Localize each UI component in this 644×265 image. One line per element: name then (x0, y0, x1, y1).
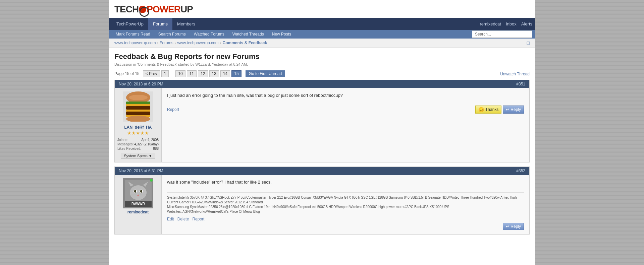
nav-forums[interactable]: Forums (148, 18, 172, 30)
post-352-reply-area: ↩ Reply (167, 223, 524, 230)
system-specs-label: System Specs (124, 154, 147, 158)
page-btn-12[interactable]: 12 (198, 70, 208, 77)
post-352-avatar-wrap: RAWWR (123, 178, 153, 208)
breadcrumb-forums[interactable]: Forums (160, 41, 173, 45)
messages-label: Messages: (117, 142, 133, 146)
post-352-body: RAWWR remixedcat was it some "includes" … (115, 175, 529, 234)
svg-rect-5 (126, 110, 150, 112)
post-351-reply-btn[interactable]: ↩ Reply (503, 106, 524, 114)
expand-icon[interactable]: □ (527, 40, 530, 46)
new-posts[interactable]: New Posts (268, 30, 295, 39)
sysinfo-line1: System:Intel i5 3570K @ 3.4Ghz//ASRock Z… (167, 195, 524, 205)
mark-forums-read[interactable]: Mark Forums Read (112, 30, 154, 39)
post-351-text: I just had an error going to the main si… (167, 92, 524, 99)
logo-icon: ◯ (139, 6, 146, 13)
prev-page-btn[interactable]: < Prev (143, 70, 160, 77)
post-351-num: #351 (516, 82, 525, 86)
post-351-user-col: LAN_deRf_HA ★★★★★ Joined: Apr 4, 2008 Me… (115, 88, 162, 162)
post-351-header: Nov 20, 2013 at 6:29 PM #351 (115, 80, 529, 88)
breadcrumb-home[interactable]: www.techpowerup.com (114, 41, 156, 45)
site-header: TECH◯POWERUP (109, 0, 535, 18)
site-logo[interactable]: TECH◯POWERUP (114, 4, 193, 14)
post-352-header: Nov 20, 2013 at 6:31 PM #352 (115, 167, 529, 175)
post-352-sysinfo: System:Intel i5 3570K @ 3.4Ghz//ASRock Z… (167, 192, 524, 214)
current-username[interactable]: remixedcat (480, 21, 501, 26)
sysinfo-websites: Websites: AGNXNetworks//RemixedCat's Pla… (167, 209, 524, 214)
post-352-content: was it some "includes" error? I had that… (162, 175, 529, 234)
post-352-num: #352 (516, 169, 525, 173)
breadcrumb-sep-3: › (220, 41, 221, 45)
page-btn-14[interactable]: 14 (220, 70, 230, 77)
chevron-down-icon: ▼ (149, 154, 152, 158)
svg-point-15 (134, 190, 136, 193)
svg-rect-3 (126, 104, 150, 106)
post-352-username[interactable]: remixedcat (127, 210, 149, 214)
likes-val: 888 (153, 147, 159, 150)
page-ellipsis: — (170, 71, 174, 76)
page-title: Feedback & Bug Reports for new Forums (114, 52, 530, 61)
post-351-stats: Joined: Apr 4, 2008 Messages: 4,327 (2.1… (117, 138, 159, 151)
post-351-username[interactable]: LAN_deRf_HA (124, 125, 152, 130)
breadcrumb-site[interactable]: www.techpowerup.com (177, 41, 218, 45)
post-351-buttons: 😊 Thanks ↩ Reply (475, 106, 524, 114)
pagination-left: Page 15 of 15 < Prev 1 — 10 11 12 13 14 … (114, 70, 285, 77)
reply-icon-2: ↩ (506, 224, 509, 229)
post-351-body: LAN_deRf_HA ★★★★★ Joined: Apr 4, 2008 Me… (115, 88, 529, 162)
post-352-text: was it some "includes" error? I had that… (167, 179, 524, 186)
svg-point-10 (130, 185, 147, 200)
page-btn-1[interactable]: 1 (161, 70, 169, 77)
svg-point-1 (129, 95, 148, 100)
post-352-delete-link[interactable]: Delete (177, 217, 189, 221)
reply-label: Reply (511, 107, 521, 112)
svg-rect-4 (126, 106, 150, 110)
page-btn-10[interactable]: 10 (175, 70, 185, 77)
search-input[interactable] (472, 30, 532, 38)
system-specs-btn[interactable]: System Specs ▼ (121, 153, 155, 159)
nav-techpowerup[interactable]: TechPowerUp (112, 18, 148, 30)
post-351-actions: Report 😊 Thanks ↩ Reply (167, 106, 524, 114)
alerts-link[interactable]: Alerts (521, 21, 532, 26)
thanks-label: Thanks (485, 107, 498, 112)
reply-label-2: Reply (511, 224, 521, 229)
pagination-bar: Page 15 of 15 < Prev 1 — 10 11 12 13 14 … (109, 68, 535, 80)
post-351-stars: ★★★★★ (127, 130, 149, 136)
top-nav-right: remixedcat Inbox Alerts (480, 21, 532, 26)
watched-forums[interactable]: Watched Forums (190, 30, 228, 39)
post-352-user-col: RAWWR remixedcat (115, 175, 162, 234)
breadcrumb-sep-2: › (175, 41, 176, 45)
nav-members[interactable]: Members (172, 18, 200, 30)
reply-icon: ↩ (506, 107, 509, 112)
post-352-date: Nov 20, 2013 at 6:31 PM (119, 169, 163, 173)
post-351-report[interactable]: Report (167, 107, 179, 112)
svg-point-16 (140, 190, 142, 193)
post-352: Nov 20, 2013 at 6:31 PM #352 (114, 167, 530, 235)
sub-nav: Mark Forums Read Search Forums Watched F… (109, 30, 535, 39)
page-btn-11[interactable]: 11 (187, 70, 197, 77)
post-352-report-link[interactable]: Report (192, 217, 204, 221)
joined-val: Apr 4, 2008 (141, 138, 159, 142)
go-first-unread-btn[interactable]: Go to First Unread (246, 70, 285, 77)
messages-val: 4,327 (2.10/day) (134, 142, 159, 146)
joined-label: Joined: (117, 138, 128, 142)
page-btn-15[interactable]: 15 (231, 70, 241, 77)
search-area (472, 30, 532, 38)
post-352-avatar: RAWWR (123, 178, 153, 208)
post-351: Nov 20, 2013 at 6:29 PM #351 (114, 80, 530, 162)
logo-up: UP (180, 4, 193, 14)
logo-power: POWER (147, 4, 180, 14)
inbox-link[interactable]: Inbox (506, 21, 517, 26)
unwatch-area: Unwatch Thread (500, 71, 530, 76)
breadcrumb-current[interactable]: Comments & Feedback (222, 41, 267, 45)
likes-label: Likes Received: (117, 147, 141, 150)
post-352-edit-bar: Edit Delete Report (167, 217, 524, 221)
search-forums[interactable]: Search Forums (154, 30, 190, 39)
page-info: Page 15 of 15 (114, 71, 140, 76)
breadcrumb: www.techpowerup.com › Forums › www.techp… (109, 39, 535, 48)
post-352-reply-btn[interactable]: ↩ Reply (503, 223, 524, 230)
post-352-edit-link[interactable]: Edit (167, 217, 174, 221)
post-351-date: Nov 20, 2013 at 6:29 PM (119, 82, 163, 86)
watched-threads[interactable]: Watched Threads (228, 30, 268, 39)
post-351-thanks-btn[interactable]: 😊 Thanks (475, 106, 501, 114)
unwatch-thread-link[interactable]: Unwatch Thread (500, 72, 530, 76)
page-btn-13[interactable]: 13 (209, 70, 219, 77)
